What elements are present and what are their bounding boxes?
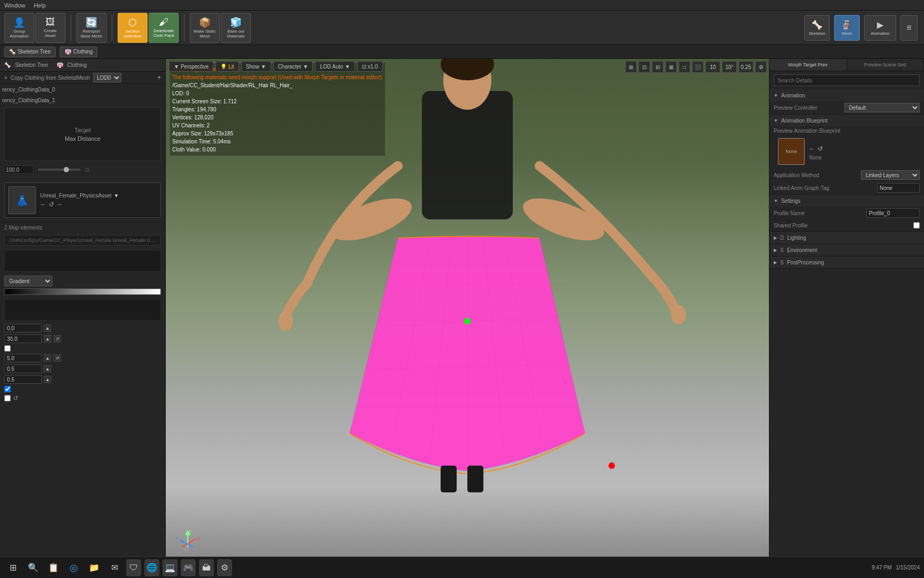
num-field-5-increase[interactable]: ▲ xyxy=(44,376,51,383)
num-field-3-refresh[interactable]: ↺ xyxy=(53,354,61,362)
num-field-1-increase[interactable]: ▲ xyxy=(44,324,51,332)
taskbar-icon-6[interactable]: 🛡 xyxy=(126,559,141,576)
num-field-2-refresh[interactable]: ↺ xyxy=(53,335,61,343)
blueprint-none-label: None xyxy=(809,155,823,161)
slider-num-input[interactable] xyxy=(4,165,34,174)
asset-card: 👗 Unreal_Female_PhysicsAsset ▼ ← ↺ → xyxy=(4,182,161,218)
animation-section-header[interactable]: ▼ Animation xyxy=(769,89,924,101)
checkbox-2[interactable] xyxy=(4,386,11,392)
search-details-input[interactable] xyxy=(774,74,920,86)
lod-add-btn[interactable]: + xyxy=(157,74,161,81)
slider-thumb[interactable] xyxy=(64,167,69,172)
mesh-button[interactable]: 🗿 Mesh xyxy=(834,15,860,41)
section-selection-button[interactable]: ⬡ SectionSelection xyxy=(118,13,148,43)
linked-anim-graph-tag-input[interactable] xyxy=(877,183,920,193)
morph-target-prev-tab[interactable]: Morph Target Prev xyxy=(769,59,847,71)
taskbar-icon-10[interactable]: 🏔 xyxy=(199,559,214,576)
taskbar: ⊞ 🔍 📋 ◎ 📁 ✉ 🛡 🌐 💻 🎮 🏔 ⚙ 9:47 PM 1/15/202… xyxy=(0,557,924,578)
num-field-4[interactable] xyxy=(4,364,42,373)
target-value: Max Distance xyxy=(65,135,101,142)
deactivate-cloth-paint-button[interactable]: 🖌 DeactivateCloth Paint xyxy=(149,13,179,43)
skeleton-button[interactable]: 🦴 Skeleton xyxy=(804,15,830,41)
extra-icon-1[interactable]: ≡ xyxy=(900,15,918,41)
taskbar-mail-icon[interactable]: ✉ xyxy=(106,559,123,576)
taskbar-explorer-icon[interactable]: 📁 xyxy=(86,559,103,576)
num-field-3-increase[interactable]: ▲ xyxy=(44,354,51,362)
shared-profile-checkbox[interactable] xyxy=(913,222,920,229)
bake-materials-button[interactable]: 🧊 Bake outMaterials xyxy=(221,13,251,43)
show-button[interactable]: Show ▼ xyxy=(241,61,271,72)
taskbar-search-icon[interactable]: 🔍 xyxy=(25,559,42,576)
tool-group-2: 🔄 ReimportBase Mesh xyxy=(74,13,109,43)
num-field-2[interactable] xyxy=(4,334,42,343)
taskbar-icon-11[interactable]: ⚙ xyxy=(217,559,232,576)
perspective-button[interactable]: ▼ Perspective xyxy=(169,61,213,72)
create-asset-label: CreateAsset xyxy=(44,29,57,39)
taskbar-icon-8[interactable]: 💻 xyxy=(163,559,178,576)
checkbox-3[interactable] xyxy=(4,395,11,401)
lighting-section-header[interactable]: ▶ D Lighting xyxy=(769,232,924,244)
create-asset-button[interactable]: 🖼 CreateAsset xyxy=(35,13,65,43)
clothing-nav[interactable]: 👘 xyxy=(57,62,63,68)
taskbar-icon-7[interactable]: 🌐 xyxy=(144,559,159,576)
preview-scene-sett-label: Preview Scene Sett xyxy=(864,62,906,67)
environment-section-header[interactable]: ▶ S Environment xyxy=(769,244,924,256)
settings-section-label: Settings xyxy=(781,198,800,204)
show-label: Show xyxy=(246,64,259,70)
num-field-4-increase[interactable]: ▲ xyxy=(44,365,51,372)
animation-button[interactable]: ▶ Animation xyxy=(864,15,896,41)
menu-help[interactable]: Help xyxy=(34,2,46,9)
section-selection-icon: ⬡ xyxy=(128,17,137,28)
lod-auto-button[interactable]: LOD Auto ▼ xyxy=(315,61,355,72)
blueprint-preview-card: None ← ↺ None xyxy=(774,136,827,167)
asset-forward-btn[interactable]: → xyxy=(56,201,63,208)
num-field-5[interactable] xyxy=(4,375,42,384)
character-label: Character xyxy=(278,64,302,70)
slider-track[interactable] xyxy=(38,169,81,171)
reimport-base-mesh-button[interactable]: 🔄 ReimportBase Mesh xyxy=(76,13,106,43)
svg-rect-17 xyxy=(467,466,483,492)
lit-button[interactable]: 💡 Lit xyxy=(215,61,239,72)
num-field-3[interactable] xyxy=(4,354,42,362)
post-processing-section-header[interactable]: ▶ S PostProcessing xyxy=(769,256,924,268)
asset-dropdown-icon[interactable]: ▼ xyxy=(113,193,119,199)
preview-scene-sett-tab[interactable]: Preview Scene Sett xyxy=(847,59,925,71)
tree-item-1[interactable]: rency_ClothingData_1 xyxy=(0,95,165,105)
svg-point-14 xyxy=(278,311,293,331)
skeleton-tree-tab[interactable]: 🦴 Skeleton Tree xyxy=(4,47,56,57)
cloth-path: ClothConfig/y/Game/CC_Player/Unreal_Fema… xyxy=(4,235,161,246)
checkbox-row-2 xyxy=(0,385,165,393)
blueprint-select-btn[interactable]: ← xyxy=(809,145,815,153)
settings-section-header[interactable]: ▼ Settings xyxy=(769,195,924,207)
anim-blueprint-header[interactable]: ▼ Animation Blueprint xyxy=(769,115,924,126)
character-button[interactable]: Character ▼ xyxy=(273,61,313,72)
blueprint-side-controls: ← ↺ None xyxy=(809,143,823,161)
asset-refresh-btn[interactable]: ↺ xyxy=(49,201,54,208)
preview-controller-select[interactable]: Default xyxy=(844,103,920,112)
perspective-icon: ▼ xyxy=(174,64,179,70)
num-field-2-increase[interactable]: ▲ xyxy=(44,335,51,343)
perspective-label: Perspective xyxy=(181,64,209,70)
profile-name-input[interactable] xyxy=(866,208,920,218)
clothing-tab[interactable]: 👘 Clothing xyxy=(60,47,98,57)
asset-thumb-icon: 👗 xyxy=(16,194,29,207)
lod-select[interactable]: LOD0 LOD1 LOD2 xyxy=(93,73,121,82)
lod-multiplier-button[interactable]: ⊡ x1.0 xyxy=(357,61,383,72)
make-static-mesh-button[interactable]: 📦 Make StaticMesh xyxy=(190,13,220,43)
taskbar-edge-icon[interactable]: ◎ xyxy=(65,559,82,576)
blueprint-refresh-btn[interactable]: ↺ xyxy=(818,145,823,153)
menu-window[interactable]: Window xyxy=(4,2,25,9)
viewport[interactable]: Previewing Reference Pose: The following… xyxy=(166,59,769,562)
asset-name-label: Unreal_Female_PhysicsAsset xyxy=(40,193,111,199)
small-checkbox-1[interactable] xyxy=(4,345,11,352)
taskbar-windows-icon[interactable]: ⊞ xyxy=(4,559,21,576)
taskbar-taskview-icon[interactable]: 📋 xyxy=(45,559,62,576)
taskbar-icon-9[interactable]: 🎮 xyxy=(181,559,196,576)
tree-item-0[interactable]: rency_ClothingData_0 xyxy=(0,84,165,95)
gradient-select[interactable]: Gradient Linear Radial xyxy=(4,276,52,286)
asset-back-btn[interactable]: ← xyxy=(40,201,47,208)
group-animation-button[interactable]: 👤 GroupAnimation xyxy=(4,13,34,43)
num-field-1[interactable] xyxy=(4,324,42,332)
skeleton-tree-nav[interactable]: 🦴 xyxy=(4,62,11,68)
application-method-select[interactable]: Linked Layers xyxy=(861,170,920,180)
